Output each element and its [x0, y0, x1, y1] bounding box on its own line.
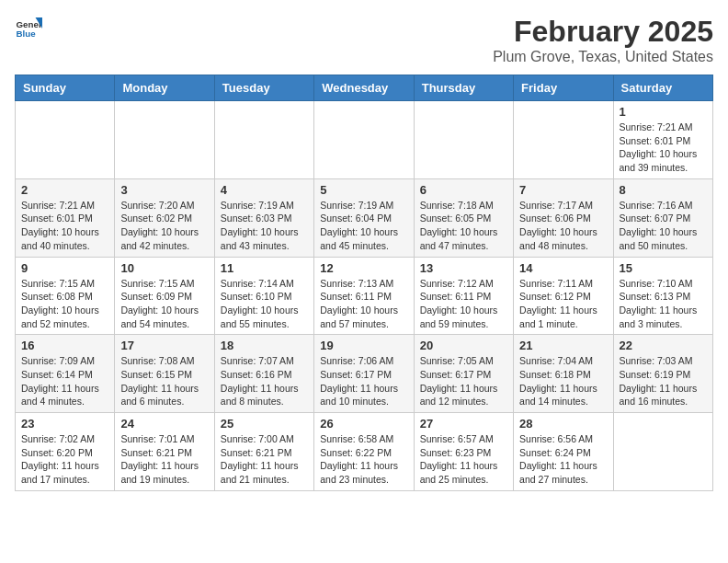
- calendar-cell: 7Sunrise: 7:17 AM Sunset: 6:06 PM Daylig…: [514, 178, 613, 257]
- calendar-cell: [414, 101, 513, 179]
- day-number: 2: [21, 183, 108, 197]
- day-info: Sunrise: 7:09 AM Sunset: 6:14 PM Dayligh…: [21, 354, 108, 408]
- day-number: 11: [221, 261, 308, 275]
- calendar-cell: [314, 101, 414, 179]
- calendar-header-row: SundayMondayTuesdayWednesdayThursdayFrid…: [16, 75, 713, 101]
- calendar-cell: 4Sunrise: 7:19 AM Sunset: 6:03 PM Daylig…: [214, 178, 313, 257]
- calendar-cell: 6Sunrise: 7:18 AM Sunset: 6:05 PM Daylig…: [414, 178, 513, 257]
- day-info: Sunrise: 7:07 AM Sunset: 6:16 PM Dayligh…: [221, 354, 308, 408]
- day-info: Sunrise: 7:17 AM Sunset: 6:06 PM Dayligh…: [519, 199, 607, 253]
- calendar-cell: 5Sunrise: 7:19 AM Sunset: 6:04 PM Daylig…: [314, 178, 414, 257]
- calendar-cell: 26Sunrise: 6:58 AM Sunset: 6:22 PM Dayli…: [314, 413, 414, 491]
- calendar-cell: [514, 101, 613, 179]
- day-info: Sunrise: 7:15 AM Sunset: 6:08 PM Dayligh…: [21, 277, 108, 331]
- day-number: 12: [320, 261, 407, 275]
- day-number: 15: [620, 261, 707, 275]
- day-number: 3: [120, 183, 208, 197]
- day-info: Sunrise: 7:05 AM Sunset: 6:17 PM Dayligh…: [420, 354, 507, 408]
- day-number: 24: [120, 417, 208, 431]
- calendar-cell: 14Sunrise: 7:11 AM Sunset: 6:12 PM Dayli…: [514, 257, 613, 335]
- calendar-cell: 17Sunrise: 7:08 AM Sunset: 6:15 PM Dayli…: [115, 335, 214, 413]
- day-info: Sunrise: 7:20 AM Sunset: 6:02 PM Dayligh…: [120, 199, 208, 253]
- day-number: 1: [620, 105, 707, 119]
- calendar-week-row: 1Sunrise: 7:21 AM Sunset: 6:01 PM Daylig…: [16, 101, 713, 179]
- day-info: Sunrise: 7:13 AM Sunset: 6:11 PM Dayligh…: [320, 277, 407, 331]
- calendar-week-row: 9Sunrise: 7:15 AM Sunset: 6:08 PM Daylig…: [16, 257, 713, 335]
- day-number: 22: [620, 339, 707, 352]
- page-title: February 2025: [493, 15, 713, 49]
- calendar-cell: 25Sunrise: 7:00 AM Sunset: 6:21 PM Dayli…: [214, 413, 313, 491]
- calendar-cell: 23Sunrise: 7:02 AM Sunset: 6:20 PM Dayli…: [16, 413, 115, 491]
- day-info: Sunrise: 7:14 AM Sunset: 6:10 PM Dayligh…: [221, 277, 308, 331]
- day-number: 28: [519, 417, 607, 431]
- logo: General Blue: [15, 15, 46, 42]
- day-number: 5: [320, 183, 407, 197]
- day-info: Sunrise: 7:04 AM Sunset: 6:18 PM Dayligh…: [519, 354, 607, 408]
- calendar-cell: 2Sunrise: 7:21 AM Sunset: 6:01 PM Daylig…: [16, 178, 115, 257]
- calendar-header-tuesday: Tuesday: [214, 75, 313, 101]
- calendar-cell: 18Sunrise: 7:07 AM Sunset: 6:16 PM Dayli…: [214, 335, 313, 413]
- svg-text:Blue: Blue: [17, 29, 37, 39]
- day-number: 14: [519, 261, 607, 275]
- day-info: Sunrise: 7:19 AM Sunset: 6:03 PM Dayligh…: [221, 199, 308, 253]
- day-number: 4: [221, 183, 308, 197]
- day-info: Sunrise: 6:58 AM Sunset: 6:22 PM Dayligh…: [320, 432, 407, 487]
- day-number: 13: [420, 261, 507, 275]
- day-number: 25: [221, 417, 308, 431]
- day-info: Sunrise: 7:21 AM Sunset: 6:01 PM Dayligh…: [21, 199, 108, 253]
- calendar-cell: 15Sunrise: 7:10 AM Sunset: 6:13 PM Dayli…: [613, 257, 712, 335]
- day-info: Sunrise: 7:21 AM Sunset: 6:01 PM Dayligh…: [620, 121, 707, 175]
- day-info: Sunrise: 7:03 AM Sunset: 6:19 PM Dayligh…: [620, 354, 707, 408]
- day-info: Sunrise: 7:06 AM Sunset: 6:17 PM Dayligh…: [320, 354, 407, 408]
- day-number: 9: [21, 261, 108, 275]
- day-info: Sunrise: 7:19 AM Sunset: 6:04 PM Dayligh…: [320, 199, 407, 253]
- logo-icon: General Blue: [15, 15, 42, 42]
- day-number: 27: [420, 417, 507, 431]
- calendar-header-wednesday: Wednesday: [314, 75, 414, 101]
- title-block: February 2025 Plum Grove, Texas, United …: [493, 15, 713, 65]
- day-info: Sunrise: 7:11 AM Sunset: 6:12 PM Dayligh…: [519, 277, 607, 331]
- calendar-cell: 9Sunrise: 7:15 AM Sunset: 6:08 PM Daylig…: [16, 257, 115, 335]
- calendar-week-row: 2Sunrise: 7:21 AM Sunset: 6:01 PM Daylig…: [16, 178, 713, 257]
- calendar-cell: 3Sunrise: 7:20 AM Sunset: 6:02 PM Daylig…: [115, 178, 214, 257]
- day-number: 21: [519, 339, 607, 352]
- day-number: 7: [519, 183, 607, 197]
- calendar-cell: 21Sunrise: 7:04 AM Sunset: 6:18 PM Dayli…: [514, 335, 613, 413]
- day-number: 20: [420, 339, 507, 352]
- day-info: Sunrise: 7:08 AM Sunset: 6:15 PM Dayligh…: [120, 354, 208, 408]
- day-number: 17: [120, 339, 208, 352]
- day-info: Sunrise: 7:18 AM Sunset: 6:05 PM Dayligh…: [420, 199, 507, 253]
- day-number: 26: [320, 417, 407, 431]
- day-info: Sunrise: 7:10 AM Sunset: 6:13 PM Dayligh…: [620, 277, 707, 331]
- calendar-cell: 16Sunrise: 7:09 AM Sunset: 6:14 PM Dayli…: [16, 335, 115, 413]
- day-info: Sunrise: 7:12 AM Sunset: 6:11 PM Dayligh…: [420, 277, 507, 331]
- calendar-table: SundayMondayTuesdayWednesdayThursdayFrid…: [15, 75, 713, 491]
- calendar-header-sunday: Sunday: [16, 75, 115, 101]
- day-number: 10: [120, 261, 208, 275]
- calendar-cell: 11Sunrise: 7:14 AM Sunset: 6:10 PM Dayli…: [214, 257, 313, 335]
- calendar-cell: [115, 101, 214, 179]
- calendar-week-row: 23Sunrise: 7:02 AM Sunset: 6:20 PM Dayli…: [16, 413, 713, 491]
- calendar-cell: 22Sunrise: 7:03 AM Sunset: 6:19 PM Dayli…: [613, 335, 712, 413]
- calendar-cell: 12Sunrise: 7:13 AM Sunset: 6:11 PM Dayli…: [314, 257, 414, 335]
- calendar-cell: 10Sunrise: 7:15 AM Sunset: 6:09 PM Dayli…: [115, 257, 214, 335]
- day-info: Sunrise: 7:00 AM Sunset: 6:21 PM Dayligh…: [221, 432, 308, 487]
- calendar-cell: [214, 101, 313, 179]
- calendar-cell: 20Sunrise: 7:05 AM Sunset: 6:17 PM Dayli…: [414, 335, 513, 413]
- calendar-cell: [16, 101, 115, 179]
- day-info: Sunrise: 7:02 AM Sunset: 6:20 PM Dayligh…: [21, 432, 108, 487]
- day-number: 19: [320, 339, 407, 352]
- calendar-cell: 24Sunrise: 7:01 AM Sunset: 6:21 PM Dayli…: [115, 413, 214, 491]
- calendar-header-thursday: Thursday: [414, 75, 513, 101]
- day-info: Sunrise: 6:57 AM Sunset: 6:23 PM Dayligh…: [420, 432, 507, 487]
- calendar-header-friday: Friday: [514, 75, 613, 101]
- calendar-cell: 1Sunrise: 7:21 AM Sunset: 6:01 PM Daylig…: [613, 101, 712, 179]
- day-number: 8: [620, 183, 707, 197]
- page-header: General Blue February 2025 Plum Grove, T…: [15, 15, 713, 65]
- calendar-cell: 27Sunrise: 6:57 AM Sunset: 6:23 PM Dayli…: [414, 413, 513, 491]
- day-number: 18: [221, 339, 308, 352]
- day-info: Sunrise: 7:01 AM Sunset: 6:21 PM Dayligh…: [120, 432, 208, 487]
- calendar-header-saturday: Saturday: [613, 75, 712, 101]
- day-number: 23: [21, 417, 108, 431]
- calendar-week-row: 16Sunrise: 7:09 AM Sunset: 6:14 PM Dayli…: [16, 335, 713, 413]
